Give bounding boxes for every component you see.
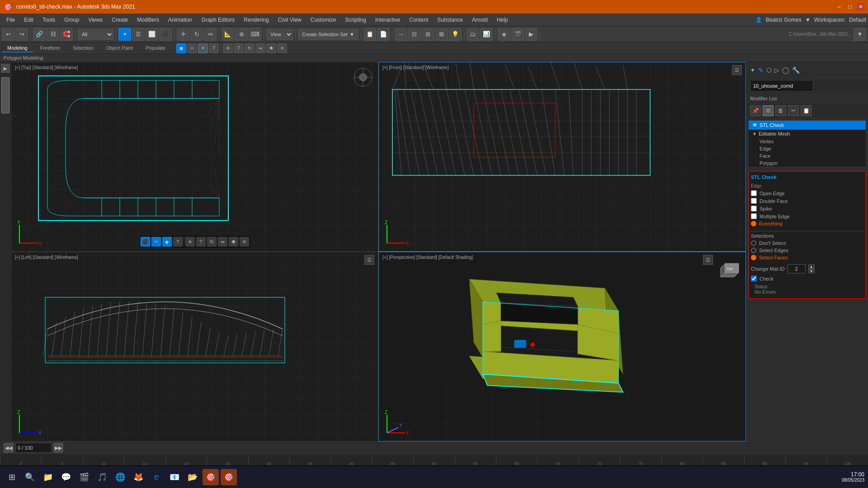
viewport-front[interactable]: [+] [Front] [Standard] [Wireframe]	[378, 62, 746, 252]
bind-space-warp-button[interactable]: 🧲	[60, 28, 73, 41]
filter-dropdown[interactable]: All Geometry Shapes	[78, 29, 113, 40]
user-dropdown-icon[interactable]: ▼	[805, 17, 811, 23]
taskbar-edge[interactable]: e	[148, 469, 165, 485]
align-view-btn[interactable]: ⊞	[422, 28, 434, 41]
timeline-next-btn[interactable]: ▶▶	[53, 443, 63, 453]
taskbar-mail[interactable]: 📧	[166, 469, 183, 485]
taskbar-explorer[interactable]: 📂	[184, 469, 201, 485]
mod-icon-config[interactable]: ⚙	[763, 105, 774, 116]
ls-play-btn[interactable]: ▶	[1, 64, 10, 73]
taskbar-media[interactable]: 🎬	[76, 469, 92, 485]
check-multiple-edge[interactable]	[751, 213, 757, 219]
poly-tool-7[interactable]: ↻	[245, 43, 255, 53]
menu-file[interactable]: File	[2, 15, 19, 24]
render-btn[interactable]: ▶	[525, 28, 538, 41]
tab-object-paint[interactable]: Object Paint	[101, 44, 139, 52]
check-everything-radio[interactable]	[751, 221, 756, 226]
user-name[interactable]: Beatriz Gomes	[766, 17, 802, 23]
poly-tool-8[interactable]: ⇔	[255, 43, 265, 53]
maximize-button[interactable]: □	[846, 3, 854, 10]
modifier-sub-edge[interactable]: Edge	[749, 145, 866, 152]
workspaces-value[interactable]: Default	[849, 17, 866, 23]
use-pivot-btn[interactable]: ⊕	[235, 28, 248, 41]
nav-gizmo-top[interactable]	[352, 66, 374, 89]
taskbar-start[interactable]: ⊞	[4, 469, 20, 485]
taskbar-search[interactable]: 🔍	[22, 469, 38, 485]
align-btn[interactable]: ⊟	[408, 28, 421, 41]
modifier-editable-mesh[interactable]: ▼ Editable Mesh	[749, 130, 866, 138]
menu-edit[interactable]: Edit	[19, 15, 38, 24]
check-open-edge[interactable]	[751, 190, 757, 196]
viewport-perspective[interactable]: [+] [Perspective] [Standard] [Default Sh…	[378, 252, 746, 441]
ribbon-btn[interactable]: 📊	[480, 28, 493, 41]
named-sel-copy-btn[interactable]: 📋	[363, 28, 376, 41]
window-controls[interactable]: – □ ✕	[835, 3, 864, 10]
select-dont-select-radio[interactable]	[751, 240, 756, 246]
create-selection-set-button[interactable]: Create Selection Set ▼	[298, 29, 359, 40]
material-editor-btn[interactable]: ◈	[498, 28, 510, 41]
select-scale-button[interactable]: ⇔	[204, 28, 217, 41]
check-spike[interactable]	[751, 206, 757, 211]
menu-customize[interactable]: Customize	[306, 15, 341, 24]
select-edges-radio[interactable]	[751, 248, 756, 253]
poly-tool-4[interactable]: ?	[209, 43, 219, 53]
motion-icon[interactable]: ▷	[774, 66, 779, 74]
utilities-icon[interactable]: 🔧	[792, 66, 800, 74]
menu-views[interactable]: Views	[84, 15, 107, 24]
redo-button[interactable]: ↪	[15, 28, 28, 41]
expand-arrow[interactable]: ▼	[752, 131, 757, 136]
menu-group[interactable]: Group	[60, 15, 84, 24]
menu-tools[interactable]: Tools	[38, 15, 60, 24]
menu-help[interactable]: Help	[492, 15, 513, 24]
vp-tool-6[interactable]: ✕	[239, 237, 249, 247]
poly-mode-border[interactable]: ◆	[162, 237, 172, 247]
poly-tool-2[interactable]: ✂	[187, 43, 197, 53]
menu-scripting[interactable]: Scripting	[340, 15, 371, 24]
layer-mgr-btn[interactable]: 🗂	[467, 28, 479, 41]
vp-left-corner-btn[interactable]: ☰	[364, 255, 374, 265]
unlink-button[interactable]: ⛓	[47, 28, 59, 41]
poly-mode-poly[interactable]: ?	[173, 237, 183, 247]
check-double-face[interactable]	[751, 198, 757, 204]
obj-name-input[interactable]	[750, 80, 813, 92]
taskbar-browser[interactable]: 🌐	[112, 469, 128, 485]
reference-coord-btn[interactable]: 📐	[222, 28, 234, 41]
menu-substance[interactable]: Substance	[433, 15, 467, 24]
poly-mode-edge[interactable]: ✂	[151, 237, 161, 247]
normal-align-btn[interactable]: ⊠	[435, 28, 448, 41]
mat-id-input[interactable]	[788, 264, 806, 273]
modifier-sub-polygon[interactable]: Polygon	[749, 160, 866, 167]
poly-tool-1[interactable]: ◼	[176, 43, 186, 53]
place-highlight-btn[interactable]: 💡	[449, 28, 462, 41]
vp-tool-1[interactable]: ✛	[185, 237, 195, 247]
stl-visibility-icon[interactable]: 👁	[752, 122, 758, 128]
select-by-name-button[interactable]: ☰	[132, 28, 145, 41]
mirror-btn[interactable]: ↔	[395, 28, 407, 41]
vp-tool-2[interactable]: ?	[196, 237, 206, 247]
menu-content[interactable]: Content	[405, 15, 433, 24]
check-checkbox[interactable]	[751, 276, 757, 282]
mod-icon-pin[interactable]: 📌	[750, 105, 761, 116]
menu-create[interactable]: Create	[107, 15, 132, 24]
keyboard-shortcut-override[interactable]: ⌨	[249, 28, 261, 41]
menu-arnold[interactable]: Arnold	[467, 15, 492, 24]
poly-tool-5[interactable]: ✛	[223, 43, 233, 53]
render-setup-btn[interactable]: 🎬	[511, 28, 524, 41]
select-faces-radio[interactable]	[751, 255, 756, 260]
taskbar-files[interactable]: 📁	[40, 469, 56, 485]
poly-tool-10[interactable]: ✕	[277, 43, 287, 53]
select-button[interactable]: ✦	[118, 28, 131, 41]
taskbar-3dsmax2[interactable]: 🎯	[221, 469, 237, 485]
taskbar-3dsmax1[interactable]: 🎯	[203, 469, 219, 485]
mod-icon-delete[interactable]: 🗑	[775, 105, 786, 116]
link-button[interactable]: 🔗	[33, 28, 46, 41]
taskbar-music[interactable]: 🎵	[94, 469, 110, 485]
viewport-left[interactable]: [+] [Left] [Standard] [Wireframe]	[11, 252, 378, 441]
vp-tool-5[interactable]: ✱	[228, 237, 238, 247]
mat-id-down[interactable]: ▼	[808, 269, 815, 273]
filepath-dropdown[interactable]: ▼	[854, 28, 866, 41]
tab-modeling[interactable]: Modeling	[2, 44, 33, 52]
viewport-top[interactable]: [+] [Top] [Standard] [Wireframe]	[11, 62, 378, 252]
vp-persp-corner-btn[interactable]: ☰	[703, 255, 713, 265]
menu-rendering[interactable]: Rendering	[239, 15, 273, 24]
